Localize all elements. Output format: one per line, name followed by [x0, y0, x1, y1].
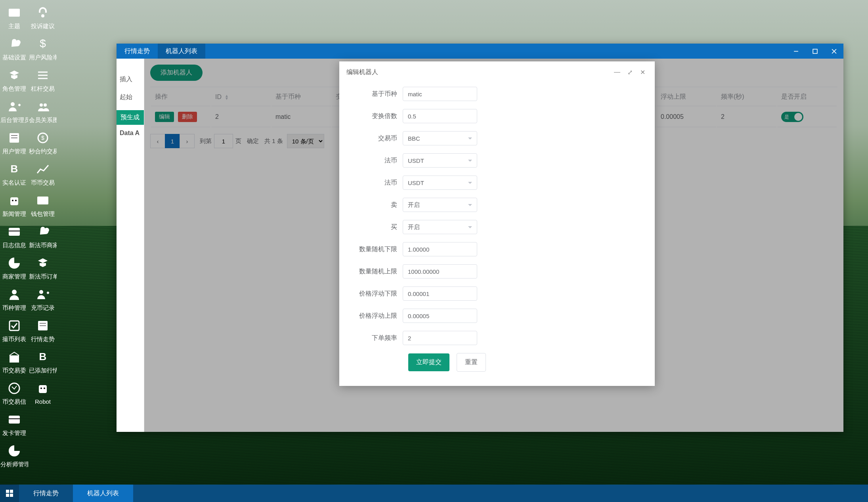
desktop-icon-label: 用户风险率: [29, 54, 57, 61]
taskbar-item-market[interactable]: 行情走势: [19, 485, 73, 502]
desktop-icons: 主题基础设置角色管理后台管理员用户管理B实名认证新闻管理日志信息商家管理币种管理…: [0, 0, 59, 473]
label-price-lower: 价格浮动下限: [351, 286, 403, 301]
input-freq[interactable]: [403, 331, 477, 345]
desktop-icon-col1-10[interactable]: 撮币列表: [0, 315, 29, 346]
pager-page-unit: 页: [235, 137, 241, 145]
desktop-icon-col1-1[interactable]: 基础设置: [0, 33, 29, 65]
input-qty-upper[interactable]: [403, 264, 477, 279]
desktop-icon-col1-4[interactable]: 用户管理: [0, 127, 29, 158]
select-sell[interactable]: 开启: [403, 198, 477, 212]
desktop-icon-col1-6[interactable]: 新闻管理: [0, 190, 29, 221]
desktop-icon-col1-7[interactable]: 日志信息: [0, 221, 29, 252]
desktop-icon-col2-9[interactable]: 充币记录: [29, 284, 57, 315]
desktop-glyph-icon: [7, 443, 22, 458]
page-next[interactable]: ›: [180, 134, 195, 148]
label-fiat1: 法币: [351, 153, 403, 168]
col-freq: 频率(秒): [717, 88, 776, 106]
svg-rect-39: [6, 490, 9, 493]
desktop-icon-label: 新法币商家: [29, 242, 57, 249]
desktop-icon-label: 新闻管理: [2, 210, 26, 218]
svg-rect-13: [10, 355, 19, 363]
window-minimize[interactable]: [786, 44, 805, 59]
desktop-glyph-icon: B: [35, 349, 50, 365]
row-edit-button[interactable]: 编辑: [155, 112, 174, 122]
desktop-glyph-icon: [7, 412, 22, 427]
page-input[interactable]: [214, 134, 233, 148]
start-button[interactable]: [0, 485, 19, 502]
submit-button[interactable]: 立即提交: [408, 353, 449, 371]
modal-expand-icon[interactable]: ⤢: [625, 67, 635, 77]
sidepanel-start[interactable]: 起始: [117, 88, 144, 106]
desktop-icon-col1-11[interactable]: 币交易委: [0, 346, 29, 378]
desktop-icon-col2-2[interactable]: 杠杆交易: [29, 65, 57, 96]
window-close[interactable]: [824, 44, 843, 59]
select-trade-coin[interactable]: BBC: [403, 131, 477, 145]
desktop-icon-label: 主题: [8, 23, 20, 30]
cell-id: 2: [211, 107, 271, 127]
add-robot-button[interactable]: 添加机器人: [150, 65, 203, 81]
reset-button[interactable]: 重置: [457, 353, 486, 372]
desktop-icon-col1-9[interactable]: 币种管理: [0, 284, 29, 315]
modal-close-icon[interactable]: ✕: [637, 67, 648, 77]
desktop-icon-col2-4[interactable]: $秒合约交易: [29, 127, 57, 158]
tab-robot-list[interactable]: 机器人列表: [158, 44, 205, 59]
desktop-icon-col2-7[interactable]: 新法币商家: [29, 221, 57, 252]
desktop-icon-col2-12[interactable]: Robot: [29, 378, 57, 408]
desktop-icon-col2-8[interactable]: 新法币订单: [29, 252, 57, 284]
select-buy[interactable]: 开启: [403, 220, 477, 234]
label-sell: 卖: [351, 198, 403, 212]
desktop-icon-col2-3[interactable]: 会员关系图: [29, 96, 57, 127]
desktop-icon-col2-0[interactable]: 投诉建议: [29, 2, 57, 33]
page-confirm[interactable]: 确定: [247, 137, 259, 145]
svg-point-25: [39, 290, 43, 294]
window-maximize[interactable]: [805, 44, 824, 59]
desktop-icon-col2-10[interactable]: 行情走势: [29, 315, 57, 346]
desktop-icon-col2-5[interactable]: 币币交易: [29, 158, 57, 190]
desktop-icon-col1-8[interactable]: 商家管理: [0, 252, 29, 284]
desktop-icon-col1-3[interactable]: 后台管理员: [0, 96, 29, 127]
svg-text:B: B: [11, 163, 18, 175]
input-based-on[interactable]: [403, 87, 477, 101]
desktop-icon-col3-0[interactable]: 发卡管理: [0, 409, 29, 440]
sidepanel-pregen[interactable]: 预生成: [117, 110, 144, 125]
desktop-icon-col3-1[interactable]: 分析师管理: [0, 440, 29, 471]
svg-point-8: [15, 200, 17, 201]
svg-point-7: [12, 200, 13, 201]
titlebar: 行情走势 机器人列表: [117, 44, 843, 59]
desktop-icon-col2-1[interactable]: $用户风险率: [29, 33, 57, 65]
input-price-upper[interactable]: [403, 309, 477, 323]
tab-market-trend[interactable]: 行情走势: [117, 44, 158, 59]
page-prev[interactable]: ‹: [150, 134, 165, 148]
svg-point-31: [40, 387, 42, 389]
input-qty-lower[interactable]: [403, 242, 477, 256]
desktop-icon-label: 杠杆交易: [31, 85, 55, 93]
label-freq: 下单频率: [351, 331, 403, 345]
row-delete-button[interactable]: 删除: [178, 112, 197, 122]
col-id[interactable]: ID▲▼: [211, 88, 271, 106]
svg-text:B: B: [39, 351, 47, 363]
desktop-glyph-icon: [7, 5, 22, 20]
enable-switch[interactable]: 是: [781, 112, 803, 122]
input-multiplier[interactable]: [403, 109, 477, 123]
desktop-icon-col2-6[interactable]: 钱包管理: [29, 190, 57, 221]
page-size-select[interactable]: 10 条/页: [287, 134, 324, 148]
page-1[interactable]: 1: [165, 134, 180, 148]
desktop-icon-col1-2[interactable]: 角色管理: [0, 65, 29, 96]
svg-rect-42: [10, 494, 13, 497]
col-operate: 操作: [151, 88, 210, 106]
input-price-lower[interactable]: [403, 286, 477, 301]
desktop-icon-col2-11[interactable]: B已添加行情: [29, 346, 57, 378]
sidepanel-insert[interactable]: 插入: [117, 71, 144, 88]
select-fiat2[interactable]: USDT: [403, 176, 477, 190]
modal-minimize-icon[interactable]: —: [612, 67, 622, 77]
svg-point-32: [44, 387, 45, 389]
desktop-icon-label: 已添加行情: [29, 367, 57, 374]
taskbar-item-robot[interactable]: 机器人列表: [73, 485, 133, 502]
desktop-icon-col1-12[interactable]: 币交易信: [0, 378, 29, 409]
side-panel: 插入 起始 预生成 Data A: [117, 59, 144, 432]
select-fiat1[interactable]: USDT: [403, 153, 477, 168]
desktop-glyph-icon: [7, 99, 22, 114]
desktop-icon-col1-5[interactable]: B实名认证: [0, 158, 29, 190]
desktop-glyph-icon: [7, 68, 22, 83]
desktop-icon-col1-0[interactable]: 主题: [0, 2, 29, 33]
